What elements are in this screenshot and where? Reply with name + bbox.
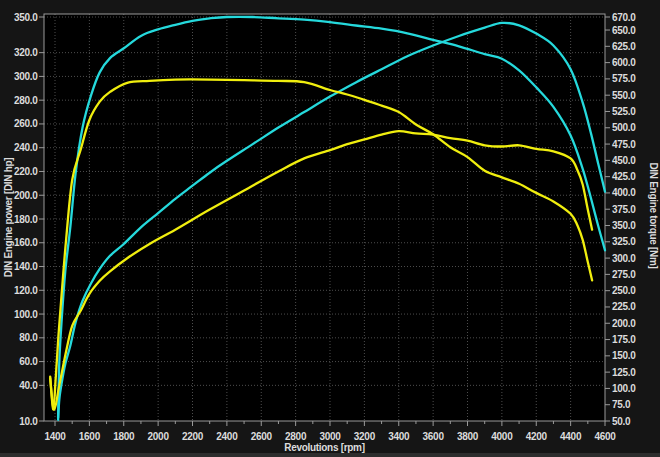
svg-text:450.0: 450.0 xyxy=(612,155,636,166)
svg-text:100.0: 100.0 xyxy=(612,383,636,394)
dyno-chart-panel: 350.0320.0300.0280.0260.0240.0220.0200.0… xyxy=(0,0,660,457)
svg-text:3600: 3600 xyxy=(423,431,445,442)
svg-text:1600: 1600 xyxy=(79,431,101,442)
svg-text:200.0: 200.0 xyxy=(612,318,636,329)
svg-text:275.0: 275.0 xyxy=(612,269,636,280)
svg-text:220.0: 220.0 xyxy=(14,166,38,177)
svg-text:2800: 2800 xyxy=(285,431,307,442)
svg-text:4600: 4600 xyxy=(594,431,616,442)
svg-text:320.0: 320.0 xyxy=(14,47,38,58)
svg-text:200.0: 200.0 xyxy=(14,190,38,201)
svg-text:140.0: 140.0 xyxy=(14,261,38,272)
dyno-chart: 350.0320.0300.0280.0260.0240.0220.0200.0… xyxy=(0,0,660,457)
svg-text:1400: 1400 xyxy=(44,431,66,442)
svg-text:4200: 4200 xyxy=(526,431,548,442)
svg-text:3800: 3800 xyxy=(457,431,479,442)
svg-text:2000: 2000 xyxy=(148,431,170,442)
x-axis-title: Revolutions [rpm] xyxy=(284,442,364,453)
svg-text:650.0: 650.0 xyxy=(612,25,636,36)
right-axis-title: DIN Engine torque [Nm] xyxy=(648,162,659,268)
svg-text:225.0: 225.0 xyxy=(612,301,636,312)
svg-text:160.0: 160.0 xyxy=(14,237,38,248)
svg-text:475.0: 475.0 xyxy=(612,139,636,150)
svg-text:50.0: 50.0 xyxy=(612,416,631,427)
svg-text:4000: 4000 xyxy=(491,431,513,442)
svg-text:150.0: 150.0 xyxy=(612,350,636,361)
svg-text:180.0: 180.0 xyxy=(14,214,38,225)
svg-text:300.0: 300.0 xyxy=(612,253,636,264)
bottom-strip xyxy=(0,453,660,457)
svg-text:350.0: 350.0 xyxy=(612,220,636,231)
svg-text:125.0: 125.0 xyxy=(612,367,636,378)
svg-text:2200: 2200 xyxy=(182,431,204,442)
svg-text:550.0: 550.0 xyxy=(612,90,636,101)
svg-text:80.0: 80.0 xyxy=(19,332,38,343)
svg-text:260.0: 260.0 xyxy=(14,118,38,129)
left-axis-title: DIN Engine power [DIN hp] xyxy=(3,158,14,278)
svg-text:325.0: 325.0 xyxy=(612,236,636,247)
svg-text:280.0: 280.0 xyxy=(14,95,38,106)
svg-text:525.0: 525.0 xyxy=(612,106,636,117)
svg-text:240.0: 240.0 xyxy=(14,142,38,153)
svg-text:500.0: 500.0 xyxy=(612,122,636,133)
svg-text:175.0: 175.0 xyxy=(612,334,636,345)
svg-text:40.0: 40.0 xyxy=(19,380,38,391)
svg-text:425.0: 425.0 xyxy=(612,171,636,182)
svg-text:120.0: 120.0 xyxy=(14,285,38,296)
svg-text:100.0: 100.0 xyxy=(14,309,38,320)
svg-text:10.0: 10.0 xyxy=(19,416,38,427)
svg-text:375.0: 375.0 xyxy=(612,204,636,215)
svg-text:625.0: 625.0 xyxy=(612,41,636,52)
svg-text:75.0: 75.0 xyxy=(612,399,631,410)
svg-text:250.0: 250.0 xyxy=(612,285,636,296)
svg-text:3000: 3000 xyxy=(319,431,341,442)
svg-text:4400: 4400 xyxy=(560,431,582,442)
svg-text:575.0: 575.0 xyxy=(612,73,636,84)
svg-text:3400: 3400 xyxy=(388,431,410,442)
svg-text:300.0: 300.0 xyxy=(14,71,38,82)
svg-text:670.0: 670.0 xyxy=(612,12,636,23)
svg-text:350.0: 350.0 xyxy=(14,12,38,23)
svg-text:600.0: 600.0 xyxy=(612,57,636,68)
svg-text:1800: 1800 xyxy=(113,431,135,442)
svg-text:400.0: 400.0 xyxy=(612,187,636,198)
svg-text:60.0: 60.0 xyxy=(19,356,38,367)
svg-text:3200: 3200 xyxy=(354,431,376,442)
svg-text:2600: 2600 xyxy=(251,431,273,442)
svg-text:2400: 2400 xyxy=(216,431,238,442)
